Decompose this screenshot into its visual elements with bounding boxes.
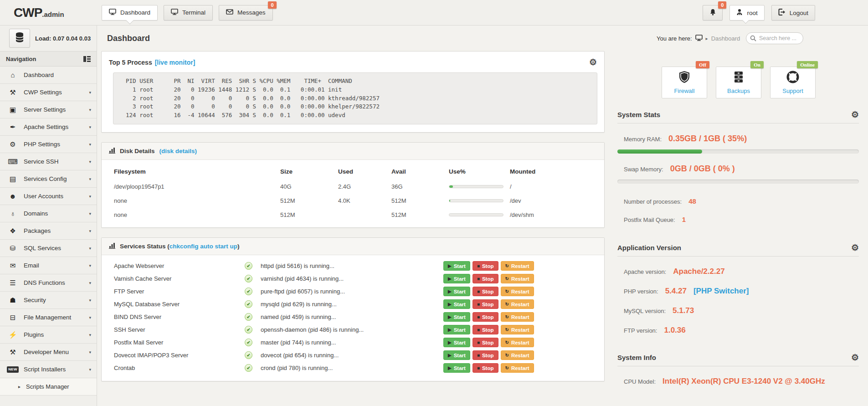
stop-button[interactable]: ■Stop [473, 312, 498, 322]
live-monitor-link[interactable]: [live monitor] [155, 59, 195, 66]
start-button[interactable]: ▶Start [443, 363, 470, 373]
list-view-icon[interactable] [83, 56, 91, 62]
disk-table: Filesystem Size Used Avail Use% Mounted … [102, 160, 604, 227]
stop-button[interactable]: ■Stop [473, 299, 498, 309]
caret-down-icon: ▾ [89, 298, 91, 303]
life-ring-icon [786, 71, 799, 85]
restart-button[interactable]: ↻Restart [501, 312, 534, 322]
stop-button[interactable]: ■Stop [473, 350, 498, 360]
start-button[interactable]: ▶Start [443, 299, 470, 309]
tab-messages[interactable]: Messages 0 [219, 5, 273, 21]
caret-down-icon: ▾ [89, 142, 91, 147]
sidebar-item-email[interactable]: ✉ Email ▾ [0, 257, 97, 274]
user-icon: ☻ [7, 192, 19, 200]
usage-bar [449, 213, 503, 216]
sidebar-item-dashboard[interactable]: ⌂ Dashboard [0, 67, 97, 84]
brand-text: CWP [14, 5, 42, 20]
sidebar-item-sql-services[interactable]: ⛁ SQL Services ▾ [0, 240, 97, 257]
start-button[interactable]: ▶Start [443, 261, 470, 271]
gear-icon[interactable]: ⚙ [589, 58, 597, 67]
play-icon: ▶ [448, 302, 452, 307]
size: 40G [280, 183, 338, 190]
swap-value: 0GB / 0GB ( 0% ) [670, 164, 735, 174]
service-status: varnishd (pid 4634) is running... [261, 275, 443, 282]
service-row: Crontab ✔ crond (pid 780) is running... … [114, 362, 592, 375]
breadcrumb-current[interactable]: Dashboard [711, 35, 740, 42]
sidebar-item-apache-settings[interactable]: ✒ Apache Settings ▾ [0, 118, 97, 136]
gear-icon[interactable]: ⚙ [851, 353, 859, 362]
restart-button[interactable]: ↻Restart [501, 325, 534, 334]
restart-button[interactable]: ↻Restart [501, 363, 534, 373]
sidebar-item-service-ssh[interactable]: ⌨ Service SSH ▾ [0, 153, 97, 170]
caret-down-icon: ▾ [89, 90, 91, 95]
restart-button[interactable]: ↻Restart [501, 350, 534, 360]
start-button[interactable]: ▶Start [443, 325, 470, 334]
restart-button[interactable]: ↻Restart [501, 274, 534, 283]
services-status-panel: Services Status (chkconfig auto start up… [101, 237, 605, 381]
section-title: System Info [617, 354, 656, 361]
support-state-badge: Online [797, 61, 818, 68]
sidebar-item-label: Service SSH [24, 158, 59, 165]
panel-title: Disk Details [120, 148, 155, 154]
status-ok-icon: ✔ [245, 288, 252, 295]
sidebar-item-services-config[interactable]: ▤ Services Config ▾ [0, 170, 97, 188]
top-header: CWP.admin Dashboard Terminal Messages 0 … [0, 0, 868, 26]
caret-down-icon: ▾ [89, 177, 91, 181]
backups-card[interactable]: On Backups [716, 67, 761, 98]
stop-button[interactable]: ■Stop [473, 261, 498, 271]
restart-button[interactable]: ↻Restart [501, 261, 534, 271]
alerts-button[interactable]: 0 [703, 5, 723, 21]
sidebar: Load: 0.07 0.04 0.03 Navigation ⌂ Dashbo… [0, 26, 97, 406]
start-button[interactable]: ▶Start [443, 274, 470, 283]
sidebar-item-developer-menu[interactable]: ⚒ Developer Menu ▾ [0, 344, 97, 361]
gear-icon[interactable]: ⚙ [851, 110, 859, 119]
envelope-icon: ✉ [7, 262, 19, 270]
logout-button[interactable]: Logout [771, 5, 815, 21]
refresh-icon: ↻ [505, 366, 509, 370]
mail-queue-value: 1 [682, 216, 686, 223]
firewall-card[interactable]: Off Firewall [662, 67, 707, 98]
stop-button[interactable]: ■Stop [473, 338, 498, 347]
tab-dashboard[interactable]: Dashboard [102, 5, 158, 21]
sidebar-item-security[interactable]: ☗ Security ▾ [0, 292, 97, 309]
sidebar-item-file-management[interactable]: ⊟ File Management ▾ [0, 309, 97, 326]
sidebar-item-cwp-settings[interactable]: ⚒ CWP Settings ▾ [0, 84, 97, 101]
status-ok-icon: ✔ [245, 326, 252, 334]
start-button[interactable]: ▶Start [443, 350, 470, 360]
stop-button[interactable]: ■Stop [473, 287, 498, 296]
restart-button[interactable]: ↻Restart [501, 299, 534, 309]
sidebar-item-php-settings[interactable]: ⚙ PHP Settings ▾ [0, 136, 97, 153]
disk-details-link[interactable]: (disk details) [159, 148, 197, 154]
start-button[interactable]: ▶Start [443, 287, 470, 296]
sidebar-subitem-scripts-manager[interactable]: ▸ Scripts Manager [0, 378, 97, 396]
chkconfig-link[interactable]: chkconfig auto start up [169, 243, 237, 250]
card-label: Support [782, 87, 803, 94]
support-card[interactable]: Online Support [770, 67, 816, 98]
sidebar-item-server-settings[interactable]: ▣ Server Settings ▾ [0, 101, 97, 118]
gear-icon[interactable]: ⚙ [851, 243, 859, 252]
start-button[interactable]: ▶Start [443, 312, 470, 322]
service-name: Varnish Cache Server [114, 275, 245, 282]
stop-button[interactable]: ■Stop [473, 274, 498, 283]
php-switcher-link[interactable]: [PHP Switcher] [693, 287, 749, 296]
start-button[interactable]: ▶Start [443, 338, 470, 347]
server-load-button[interactable] [9, 29, 30, 48]
disk-row: none 512M 512M /dev/shm [114, 208, 592, 222]
service-row: Dovecot IMAP/POP3 Server ✔ dovecot (pid … [114, 349, 592, 362]
stat-label: FTP version: [624, 327, 657, 334]
tab-terminal[interactable]: Terminal [164, 5, 213, 21]
size: 512M [280, 211, 338, 218]
sidebar-item-user-accounts[interactable]: ☻ User Accounts ▾ [0, 188, 97, 205]
restart-button[interactable]: ↻Restart [501, 338, 534, 347]
sidebar-item-script-installers[interactable]: NEW Script Installers ▾ [0, 361, 97, 378]
caret-down-icon: ▾ [89, 125, 91, 129]
sidebar-item-plugins[interactable]: ⚡ Plugins ▾ [0, 326, 97, 344]
sidebar-item-dns-functions[interactable]: ☰ DNS Functions ▾ [0, 274, 97, 292]
stop-button[interactable]: ■Stop [473, 325, 498, 334]
sidebar-item-packages[interactable]: ❖ Packages ▾ [0, 222, 97, 240]
restart-button[interactable]: ↻Restart [501, 287, 534, 296]
sidebar-item-domains[interactable]: ♁ Domains ▾ [0, 205, 97, 222]
stop-button[interactable]: ■Stop [473, 363, 498, 373]
user-menu-button[interactable]: root [729, 5, 764, 21]
stop-icon: ■ [477, 328, 480, 332]
